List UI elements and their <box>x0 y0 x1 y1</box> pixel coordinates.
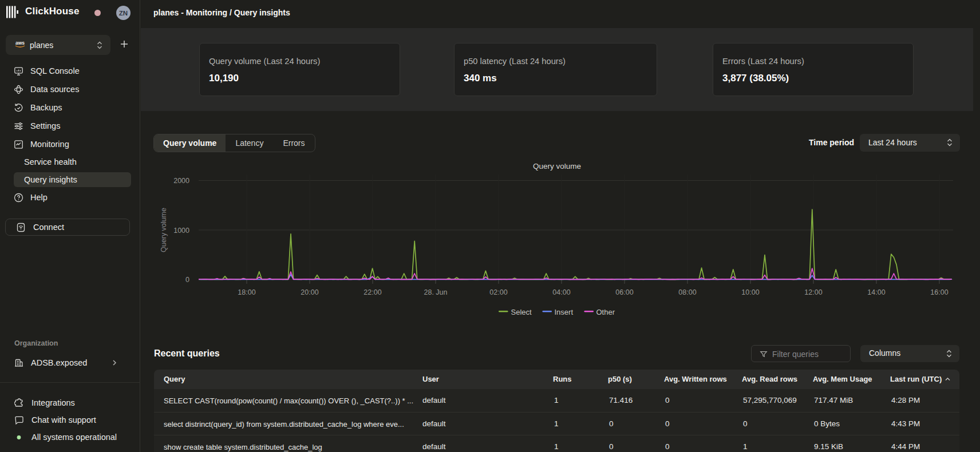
svg-text:2000: 2000 <box>173 177 189 185</box>
svg-text:04:00: 04:00 <box>552 288 570 296</box>
svg-text:10:00: 10:00 <box>741 288 759 296</box>
svg-text:06:00: 06:00 <box>615 288 633 296</box>
svg-text:22:00: 22:00 <box>363 288 381 296</box>
svg-text:14:00: 14:00 <box>867 288 885 296</box>
svg-text:Insert: Insert <box>555 308 574 316</box>
svg-text:0: 0 <box>185 276 189 284</box>
svg-text:02:00: 02:00 <box>489 288 507 296</box>
svg-text:Query volume: Query volume <box>533 162 581 171</box>
svg-text:16:00: 16:00 <box>930 288 948 296</box>
svg-text:18:00: 18:00 <box>238 288 255 296</box>
svg-text:Query volume: Query volume <box>160 208 168 252</box>
svg-text:Select: Select <box>511 308 532 316</box>
svg-text:20:00: 20:00 <box>301 288 318 296</box>
svg-text:Other: Other <box>596 308 615 316</box>
svg-text:1000: 1000 <box>173 227 189 235</box>
svg-text:12:00: 12:00 <box>804 288 822 296</box>
svg-text:08:00: 08:00 <box>678 288 696 296</box>
svg-text:28. Jun: 28. Jun <box>424 288 447 296</box>
